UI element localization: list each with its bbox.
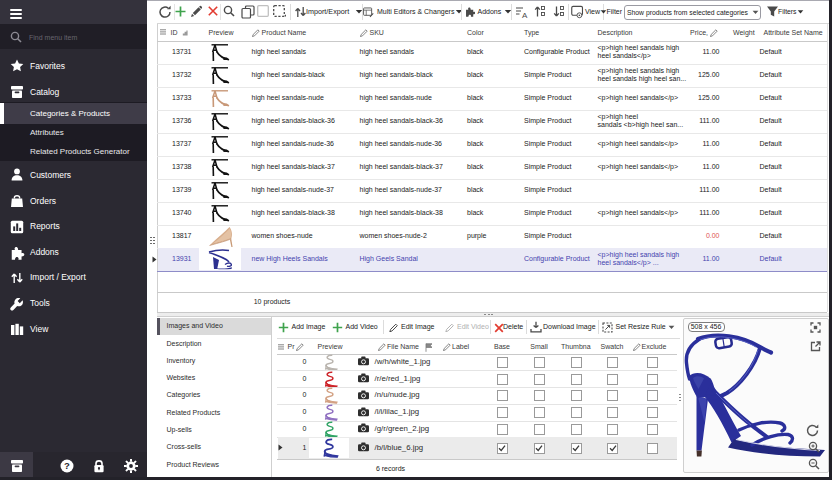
svg-text:A: A	[522, 10, 528, 18]
svg-text:?: ?	[64, 460, 70, 471]
